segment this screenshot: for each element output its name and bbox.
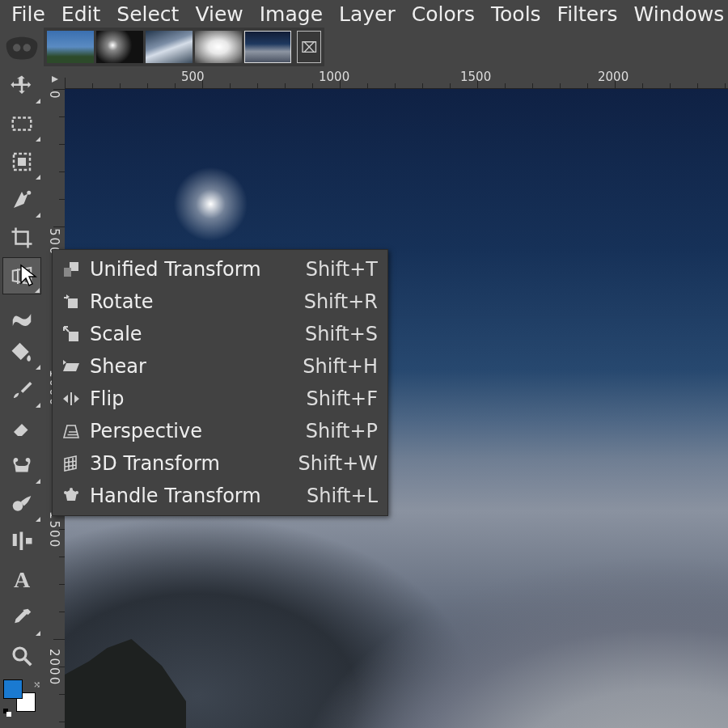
- menu-tools[interactable]: Tools: [483, 1, 549, 28]
- svg-point-16: [75, 491, 78, 494]
- handle-transform-icon: [59, 484, 83, 508]
- svg-point-17: [70, 488, 73, 491]
- color-swatches[interactable]: ⤭: [3, 679, 40, 717]
- fuzzy-select-tool[interactable]: [2, 181, 41, 218]
- menu-filters[interactable]: Filters: [549, 1, 626, 28]
- canvas-content: [65, 639, 186, 728]
- menu-colors[interactable]: Colors: [404, 1, 483, 28]
- svg-point-1: [23, 44, 31, 51]
- menu-image[interactable]: Image: [252, 1, 331, 28]
- menu-bar: File Edit Select View Image Layer Colors…: [0, 0, 728, 28]
- rotate-icon: [59, 290, 83, 314]
- menu-item-shortcut: Shift+T: [306, 258, 378, 281]
- tool-group-indicator-icon: [36, 631, 40, 636]
- menu-select[interactable]: Select: [108, 1, 187, 28]
- path-tool[interactable]: [2, 523, 41, 561]
- clone-tool[interactable]: [2, 447, 41, 485]
- menu-edit[interactable]: Edit: [53, 1, 108, 28]
- close-icon: ⌧: [301, 39, 318, 56]
- warp-tool[interactable]: [2, 295, 41, 332]
- menu-layer[interactable]: Layer: [331, 1, 404, 28]
- menu-item-shortcut: Shift+F: [307, 387, 378, 410]
- svg-rect-4: [18, 158, 26, 166]
- menu-item-scale[interactable]: Scale Shift+S: [53, 318, 387, 350]
- menu-item-shear[interactable]: Shear Shift+H: [53, 350, 387, 383]
- svg-rect-2: [13, 118, 32, 130]
- smudge-tool[interactable]: [2, 485, 41, 523]
- move-tool[interactable]: [2, 67, 41, 104]
- eraser-tool[interactable]: [2, 409, 41, 447]
- text-tool-label: A: [14, 567, 30, 593]
- swap-colors-button[interactable]: ⤭: [33, 679, 40, 690]
- image-tab[interactable]: [146, 31, 193, 63]
- tool-group-indicator-icon: [35, 288, 40, 293]
- tool-group-indicator-icon: [36, 99, 40, 104]
- paintbrush-tool[interactable]: [2, 371, 41, 408]
- image-tab[interactable]: [244, 31, 291, 63]
- svg-rect-14: [70, 392, 72, 405]
- image-tab[interactable]: [47, 31, 94, 63]
- tool-group-indicator-icon: [36, 213, 40, 218]
- menu-item-label: Flip: [90, 387, 307, 410]
- svg-rect-9: [26, 538, 32, 544]
- svg-point-15: [64, 491, 67, 494]
- crop-tool[interactable]: [2, 219, 41, 256]
- default-colors-button[interactable]: [3, 709, 11, 717]
- menu-item-label: 3D Transform: [90, 452, 298, 475]
- toolbox: A ⤭: [0, 66, 44, 728]
- menu-item-label: Handle Transform: [90, 485, 307, 507]
- horizontal-ruler[interactable]: 500100015002000: [65, 70, 728, 89]
- rectangle-select-tool[interactable]: [2, 105, 41, 142]
- ruler-origin-button[interactable]: [45, 70, 65, 89]
- menu-view[interactable]: View: [187, 1, 251, 28]
- menu-item-3d-transform[interactable]: 3D Transform Shift+W: [53, 447, 387, 480]
- menu-item-shortcut: Shift+H: [303, 355, 378, 378]
- menu-item-flip[interactable]: Flip Shift+F: [53, 383, 387, 415]
- menu-item-shortcut: Shift+S: [305, 323, 378, 345]
- text-tool[interactable]: A: [2, 561, 41, 599]
- ruler-label: 500: [181, 70, 205, 84]
- menu-windows[interactable]: Windows: [626, 1, 728, 28]
- svg-rect-13: [69, 332, 78, 341]
- menu-item-shortcut: Shift+L: [307, 485, 378, 507]
- tool-group-indicator-icon: [36, 403, 40, 408]
- image-tab[interactable]: [195, 31, 242, 63]
- image-tabs: ⌧: [44, 28, 324, 66]
- menu-item-perspective[interactable]: Perspective Shift+P: [53, 415, 387, 447]
- ruler-label: 2000: [47, 649, 61, 686]
- menu-item-label: Unified Transform: [90, 258, 306, 281]
- menu-item-shortcut: Shift+W: [298, 452, 378, 475]
- menu-item-label: Perspective: [90, 420, 306, 442]
- bucket-fill-tool[interactable]: [2, 333, 41, 370]
- foreground-color-swatch[interactable]: [3, 679, 23, 699]
- image-tab[interactable]: [96, 31, 143, 63]
- ruler-label: 1000: [319, 70, 349, 84]
- menu-item-handle-transform[interactable]: Handle Transform Shift+L: [53, 480, 387, 512]
- wilber-logo-icon: [2, 29, 42, 66]
- ruler-label: 2000: [598, 70, 629, 84]
- shear-icon: [59, 354, 83, 379]
- free-select-tool[interactable]: [2, 143, 41, 180]
- tool-group-indicator-icon: [36, 479, 40, 484]
- tool-group-indicator-icon: [36, 175, 40, 180]
- menu-item-label: Scale: [90, 323, 305, 345]
- color-picker-tool[interactable]: [2, 599, 41, 637]
- svg-rect-8: [20, 532, 23, 551]
- perspective-icon: [59, 419, 83, 443]
- menu-file[interactable]: File: [3, 1, 53, 28]
- zoom-tool[interactable]: [2, 637, 41, 675]
- ruler-label: 1500: [47, 511, 61, 548]
- ruler-label: 0: [47, 91, 61, 100]
- 3d-transform-icon: [59, 451, 83, 476]
- svg-rect-12: [68, 298, 78, 308]
- menu-item-label: Rotate: [90, 290, 304, 313]
- menu-item-rotate[interactable]: Rotate Shift+R: [53, 286, 387, 318]
- svg-point-5: [27, 191, 31, 195]
- svg-rect-7: [13, 534, 17, 546]
- tool-group-indicator-icon: [36, 365, 40, 370]
- menu-item-shortcut: Shift+P: [306, 420, 378, 442]
- menu-item-unified-transform[interactable]: Unified Transform Shift+T: [53, 253, 387, 286]
- unified-transform-tool[interactable]: [2, 257, 41, 294]
- tab-close-button[interactable]: ⌧: [297, 31, 321, 63]
- flip-icon: [59, 387, 83, 411]
